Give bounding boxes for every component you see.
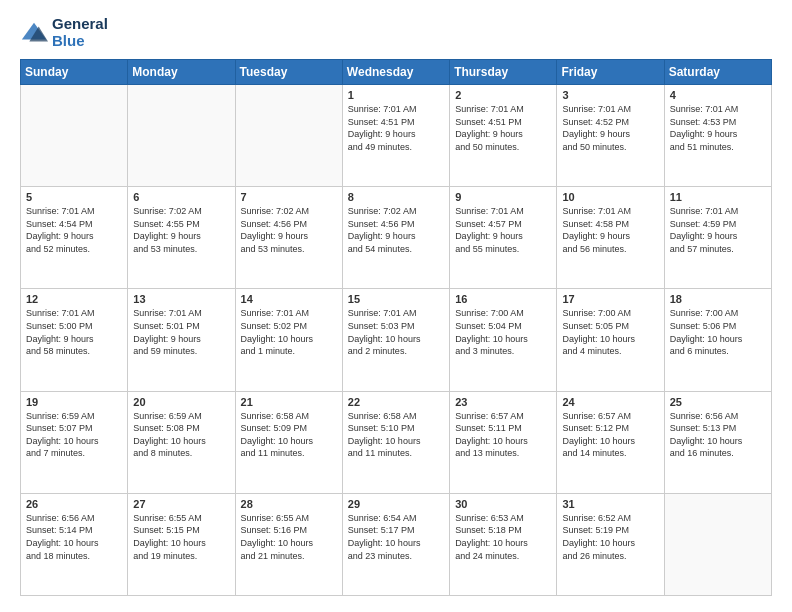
weekday-header-cell: Wednesday: [342, 60, 449, 85]
cell-info: Sunrise: 7:00 AMSunset: 5:05 PMDaylight:…: [562, 307, 658, 357]
calendar-cell: 20Sunrise: 6:59 AMSunset: 5:08 PMDayligh…: [128, 391, 235, 493]
calendar-cell: 13Sunrise: 7:01 AMSunset: 5:01 PMDayligh…: [128, 289, 235, 391]
calendar-cell: 23Sunrise: 6:57 AMSunset: 5:11 PMDayligh…: [450, 391, 557, 493]
calendar-cell: [21, 85, 128, 187]
day-number: 30: [455, 498, 551, 510]
cell-info: Sunrise: 7:02 AMSunset: 4:56 PMDaylight:…: [348, 205, 444, 255]
cell-info: Sunrise: 6:59 AMSunset: 5:07 PMDaylight:…: [26, 410, 122, 460]
cell-info: Sunrise: 7:02 AMSunset: 4:55 PMDaylight:…: [133, 205, 229, 255]
cell-info: Sunrise: 6:56 AMSunset: 5:13 PMDaylight:…: [670, 410, 766, 460]
weekday-header-cell: Thursday: [450, 60, 557, 85]
day-number: 15: [348, 293, 444, 305]
day-number: 9: [455, 191, 551, 203]
page: General Blue SundayMondayTuesdayWednesda…: [0, 0, 792, 612]
day-number: 3: [562, 89, 658, 101]
calendar-week-row: 12Sunrise: 7:01 AMSunset: 5:00 PMDayligh…: [21, 289, 772, 391]
cell-info: Sunrise: 7:01 AMSunset: 4:57 PMDaylight:…: [455, 205, 551, 255]
cell-info: Sunrise: 7:01 AMSunset: 4:51 PMDaylight:…: [455, 103, 551, 153]
calendar-table: SundayMondayTuesdayWednesdayThursdayFrid…: [20, 59, 772, 596]
calendar-cell: 10Sunrise: 7:01 AMSunset: 4:58 PMDayligh…: [557, 187, 664, 289]
day-number: 18: [670, 293, 766, 305]
calendar-cell: 19Sunrise: 6:59 AMSunset: 5:07 PMDayligh…: [21, 391, 128, 493]
calendar-cell: 27Sunrise: 6:55 AMSunset: 5:15 PMDayligh…: [128, 493, 235, 595]
weekday-header-cell: Saturday: [664, 60, 771, 85]
logo-text: General Blue: [52, 16, 108, 49]
calendar-week-row: 26Sunrise: 6:56 AMSunset: 5:14 PMDayligh…: [21, 493, 772, 595]
cell-info: Sunrise: 6:55 AMSunset: 5:15 PMDaylight:…: [133, 512, 229, 562]
calendar-cell: 5Sunrise: 7:01 AMSunset: 4:54 PMDaylight…: [21, 187, 128, 289]
cell-info: Sunrise: 7:01 AMSunset: 5:02 PMDaylight:…: [241, 307, 337, 357]
cell-info: Sunrise: 7:01 AMSunset: 4:53 PMDaylight:…: [670, 103, 766, 153]
day-number: 8: [348, 191, 444, 203]
calendar-cell: 9Sunrise: 7:01 AMSunset: 4:57 PMDaylight…: [450, 187, 557, 289]
calendar-cell: 29Sunrise: 6:54 AMSunset: 5:17 PMDayligh…: [342, 493, 449, 595]
day-number: 12: [26, 293, 122, 305]
cell-info: Sunrise: 6:55 AMSunset: 5:16 PMDaylight:…: [241, 512, 337, 562]
day-number: 14: [241, 293, 337, 305]
cell-info: Sunrise: 6:54 AMSunset: 5:17 PMDaylight:…: [348, 512, 444, 562]
cell-info: Sunrise: 7:00 AMSunset: 5:04 PMDaylight:…: [455, 307, 551, 357]
cell-info: Sunrise: 6:58 AMSunset: 5:09 PMDaylight:…: [241, 410, 337, 460]
cell-info: Sunrise: 7:01 AMSunset: 5:03 PMDaylight:…: [348, 307, 444, 357]
calendar-cell: 15Sunrise: 7:01 AMSunset: 5:03 PMDayligh…: [342, 289, 449, 391]
cell-info: Sunrise: 7:01 AMSunset: 4:52 PMDaylight:…: [562, 103, 658, 153]
weekday-header-cell: Tuesday: [235, 60, 342, 85]
calendar-cell: 22Sunrise: 6:58 AMSunset: 5:10 PMDayligh…: [342, 391, 449, 493]
cell-info: Sunrise: 6:56 AMSunset: 5:14 PMDaylight:…: [26, 512, 122, 562]
day-number: 26: [26, 498, 122, 510]
cell-info: Sunrise: 6:52 AMSunset: 5:19 PMDaylight:…: [562, 512, 658, 562]
header: General Blue: [20, 16, 772, 49]
calendar-cell: 25Sunrise: 6:56 AMSunset: 5:13 PMDayligh…: [664, 391, 771, 493]
cell-info: Sunrise: 7:01 AMSunset: 4:59 PMDaylight:…: [670, 205, 766, 255]
cell-info: Sunrise: 7:01 AMSunset: 5:01 PMDaylight:…: [133, 307, 229, 357]
cell-info: Sunrise: 7:00 AMSunset: 5:06 PMDaylight:…: [670, 307, 766, 357]
calendar-week-row: 1Sunrise: 7:01 AMSunset: 4:51 PMDaylight…: [21, 85, 772, 187]
logo-icon: [20, 19, 48, 47]
logo: General Blue: [20, 16, 108, 49]
day-number: 23: [455, 396, 551, 408]
calendar-cell: 11Sunrise: 7:01 AMSunset: 4:59 PMDayligh…: [664, 187, 771, 289]
calendar-cell: 24Sunrise: 6:57 AMSunset: 5:12 PMDayligh…: [557, 391, 664, 493]
day-number: 4: [670, 89, 766, 101]
day-number: 21: [241, 396, 337, 408]
cell-info: Sunrise: 6:57 AMSunset: 5:12 PMDaylight:…: [562, 410, 658, 460]
calendar-cell: 3Sunrise: 7:01 AMSunset: 4:52 PMDaylight…: [557, 85, 664, 187]
calendar-cell: 1Sunrise: 7:01 AMSunset: 4:51 PMDaylight…: [342, 85, 449, 187]
weekday-header-cell: Friday: [557, 60, 664, 85]
calendar-week-row: 5Sunrise: 7:01 AMSunset: 4:54 PMDaylight…: [21, 187, 772, 289]
day-number: 22: [348, 396, 444, 408]
calendar-cell: 8Sunrise: 7:02 AMSunset: 4:56 PMDaylight…: [342, 187, 449, 289]
day-number: 6: [133, 191, 229, 203]
cell-info: Sunrise: 6:57 AMSunset: 5:11 PMDaylight:…: [455, 410, 551, 460]
calendar-cell: 30Sunrise: 6:53 AMSunset: 5:18 PMDayligh…: [450, 493, 557, 595]
calendar-cell: 16Sunrise: 7:00 AMSunset: 5:04 PMDayligh…: [450, 289, 557, 391]
day-number: 1: [348, 89, 444, 101]
calendar-cell: 7Sunrise: 7:02 AMSunset: 4:56 PMDaylight…: [235, 187, 342, 289]
cell-info: Sunrise: 7:01 AMSunset: 4:58 PMDaylight:…: [562, 205, 658, 255]
weekday-header-cell: Monday: [128, 60, 235, 85]
calendar-cell: 26Sunrise: 6:56 AMSunset: 5:14 PMDayligh…: [21, 493, 128, 595]
cell-info: Sunrise: 6:59 AMSunset: 5:08 PMDaylight:…: [133, 410, 229, 460]
cell-info: Sunrise: 6:58 AMSunset: 5:10 PMDaylight:…: [348, 410, 444, 460]
day-number: 11: [670, 191, 766, 203]
day-number: 20: [133, 396, 229, 408]
day-number: 31: [562, 498, 658, 510]
day-number: 10: [562, 191, 658, 203]
day-number: 5: [26, 191, 122, 203]
calendar-cell: 17Sunrise: 7:00 AMSunset: 5:05 PMDayligh…: [557, 289, 664, 391]
calendar-cell: 6Sunrise: 7:02 AMSunset: 4:55 PMDaylight…: [128, 187, 235, 289]
weekday-header-cell: Sunday: [21, 60, 128, 85]
cell-info: Sunrise: 7:02 AMSunset: 4:56 PMDaylight:…: [241, 205, 337, 255]
calendar-week-row: 19Sunrise: 6:59 AMSunset: 5:07 PMDayligh…: [21, 391, 772, 493]
day-number: 25: [670, 396, 766, 408]
day-number: 13: [133, 293, 229, 305]
calendar-cell: 31Sunrise: 6:52 AMSunset: 5:19 PMDayligh…: [557, 493, 664, 595]
calendar-cell: [235, 85, 342, 187]
day-number: 2: [455, 89, 551, 101]
day-number: 7: [241, 191, 337, 203]
day-number: 16: [455, 293, 551, 305]
calendar-cell: 12Sunrise: 7:01 AMSunset: 5:00 PMDayligh…: [21, 289, 128, 391]
calendar-cell: 4Sunrise: 7:01 AMSunset: 4:53 PMDaylight…: [664, 85, 771, 187]
day-number: 17: [562, 293, 658, 305]
day-number: 24: [562, 396, 658, 408]
